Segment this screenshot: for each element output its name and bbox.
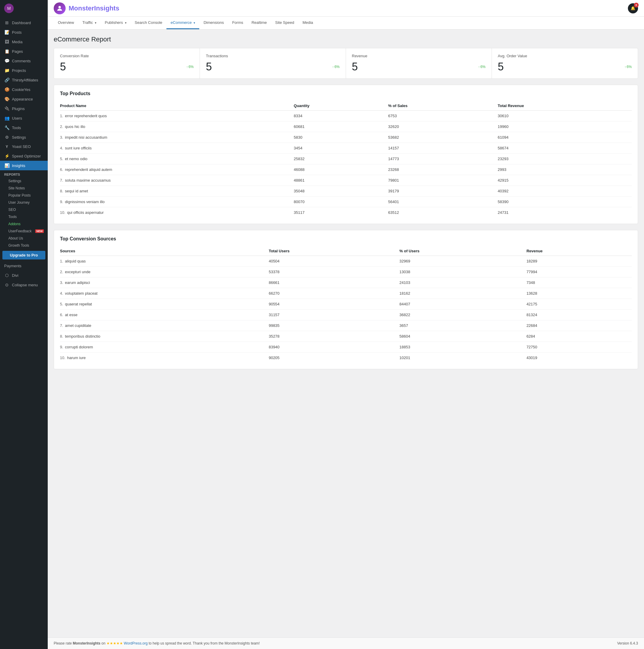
col-revenue: Revenue	[523, 246, 632, 256]
source-name-cell: 2.excepturi unde	[60, 267, 265, 277]
sidebar-sub-label: Addons	[8, 222, 20, 226]
plugins-icon: 🔌	[4, 106, 9, 111]
sidebar-nav: ⊞ Dashboard 📝 Posts 🖼 Media 📋 Pages 💬 Co…	[0, 17, 48, 649]
tools-icon: 🔧	[4, 125, 9, 130]
sidebar-sub-user-journey[interactable]: User Journey	[8, 199, 48, 206]
sidebar-sub-seo[interactable]: SEO	[8, 206, 48, 213]
sidebar-sub-settings[interactable]: Settings	[8, 177, 48, 185]
product-name-cell: 2.quos hic illo	[60, 121, 290, 132]
speed-icon: ⚡	[4, 154, 9, 158]
sidebar-sub-growth-tools[interactable]: Growth Tools	[8, 242, 48, 249]
stat-value: 5	[60, 60, 66, 73]
product-name-cell: 4.sunt iure officiis	[60, 143, 290, 154]
pct-users-cell: 36822	[396, 310, 523, 320]
sidebar-item-speed[interactable]: ⚡ Speed Optimizer	[0, 151, 48, 161]
insights-icon: 📊	[4, 163, 9, 168]
tab-publishers[interactable]: Publishers ▾	[100, 17, 130, 29]
sidebar-item-insights[interactable]: 📊 Insights	[0, 161, 48, 170]
sidebar-item-label: Plugins	[12, 106, 25, 111]
tab-label: Realtime	[252, 20, 267, 25]
collapse-menu-button[interactable]: ⊙ Collapse menu	[0, 280, 48, 290]
sidebar-item-tools[interactable]: 🔧 Tools	[0, 123, 48, 132]
upgrade-to-pro-button[interactable]: Upgrade to Pro	[2, 251, 45, 259]
sidebar-item-users[interactable]: 👥 Users	[0, 113, 48, 123]
row-number: 7.	[60, 323, 63, 328]
sidebar-item-cookieyes[interactable]: 🍪 CookieYes	[0, 85, 48, 94]
tab-label: Traffic	[82, 20, 93, 25]
change-value: 6%	[480, 65, 485, 69]
tab-traffic[interactable]: Traffic ▾	[78, 17, 100, 29]
source-name-cell: 3.earum adipisci	[60, 277, 265, 288]
source-name-cell: 5.quaerat repellat	[60, 299, 265, 310]
sidebar-item-media[interactable]: 🖼 Media	[0, 37, 48, 47]
tab-overview[interactable]: Overview	[54, 17, 78, 29]
sidebar-item-thirstyaffiliates[interactable]: 🔗 ThirstyAffiliates	[0, 75, 48, 85]
arrow-up-icon: ↑	[186, 65, 188, 69]
top-products-table: Product Name Quantity % of Sales Total R…	[60, 101, 632, 218]
sidebar-sub-tools[interactable]: Tools	[8, 213, 48, 220]
topbar-right: 🔔 0	[628, 3, 638, 13]
sidebar-sub-popular-posts[interactable]: Popular Posts	[8, 192, 48, 199]
row-number: 3.	[60, 280, 63, 285]
pct-sales-cell: 23268	[385, 164, 494, 175]
revenue-cell: 22684	[523, 320, 632, 331]
arrow-up-icon: ↑	[332, 65, 334, 69]
sidebar-sub-userfeedback[interactable]: UserFeedback NEW	[8, 227, 48, 235]
collapse-label: Collapse menu	[12, 283, 38, 287]
col-pct-users: % of Users	[396, 246, 523, 256]
tab-media[interactable]: Media	[298, 17, 317, 29]
users-icon: 👥	[4, 116, 9, 121]
sidebar-item-yoast[interactable]: Y Yoast SEO	[0, 142, 48, 151]
sidebar-item-comments[interactable]: 💬 Comments	[0, 56, 48, 66]
sidebar-sub-about-us[interactable]: About Us	[8, 235, 48, 242]
arrow-up-icon: ↑	[478, 65, 480, 69]
notification-button[interactable]: 🔔 0	[628, 3, 638, 13]
notification-badge: 0	[634, 3, 639, 7]
table-row: 5.et nemo odio 25832 14773 23293	[60, 154, 632, 164]
wordpress-link[interactable]: WordPress.org	[124, 641, 148, 645]
stat-transactions: Transactions 5 ↑ 6%	[200, 48, 346, 79]
revenue-cell: 72750	[523, 342, 632, 352]
sidebar-item-dashboard[interactable]: ⊞ Dashboard	[0, 18, 48, 28]
sidebar-item-projects[interactable]: 📁 Projects	[0, 66, 48, 75]
sidebar-sub-reports: Settings Site Notes Popular Posts User J…	[0, 177, 48, 249]
sidebar-item-label: Dashboard	[12, 20, 31, 25]
sidebar-sub-label: Popular Posts	[8, 193, 31, 198]
topbar: MonsterInsights 🔔 0	[48, 0, 644, 17]
tab-site-speed[interactable]: Site Speed	[271, 17, 299, 29]
sidebar-item-plugins[interactable]: 🔌 Plugins	[0, 104, 48, 113]
quantity-cell: 60681	[290, 121, 385, 132]
total-revenue-cell: 61094	[494, 132, 632, 143]
pct-sales-cell: 6753	[385, 111, 494, 121]
sidebar-item-label: Media	[12, 40, 23, 44]
sidebar-sub-label: Settings	[8, 179, 21, 183]
sidebar-sub-addons[interactable]: Addons	[8, 220, 48, 227]
total-users-cell: 83940	[265, 342, 396, 352]
tab-label: Site Speed	[275, 20, 294, 25]
collapse-icon: ⊙	[4, 283, 9, 287]
total-revenue-cell: 30610	[494, 111, 632, 121]
sidebar-item-settings[interactable]: ⚙ Settings	[0, 132, 48, 142]
row-number: 10.	[60, 210, 65, 215]
tab-ecommerce[interactable]: eCommerce ▾	[166, 17, 199, 29]
tab-search-console[interactable]: Search Console	[131, 17, 167, 29]
tab-realtime[interactable]: Realtime	[247, 17, 271, 29]
table-row: 6.at esse 31157 36822 81324	[60, 310, 632, 320]
tab-dimensions[interactable]: Dimensions	[199, 17, 228, 29]
posts-icon: 📝	[4, 30, 9, 35]
footer-mid: on	[101, 641, 106, 645]
tab-forms[interactable]: Forms	[228, 17, 247, 29]
sidebar-item-divi[interactable]: ⬡ Divi	[0, 270, 48, 280]
sidebar-item-appearance[interactable]: 🎨 Appearance	[0, 94, 48, 104]
sidebar-item-label: Speed Optimizer	[12, 154, 41, 158]
sidebar-item-pages[interactable]: 📋 Pages	[0, 47, 48, 56]
sidebar-sub-site-notes[interactable]: Site Notes	[8, 185, 48, 192]
row-number: 8.	[60, 334, 63, 339]
total-users-cell: 90205	[265, 352, 396, 363]
sidebar-item-posts[interactable]: 📝 Posts	[0, 28, 48, 37]
comments-icon: 💬	[4, 58, 9, 63]
sidebar-item-payments[interactable]: Payments	[0, 261, 48, 270]
tab-label: Forms	[232, 20, 243, 25]
total-users-cell: 35278	[265, 331, 396, 342]
revenue-cell: 7348	[523, 277, 632, 288]
